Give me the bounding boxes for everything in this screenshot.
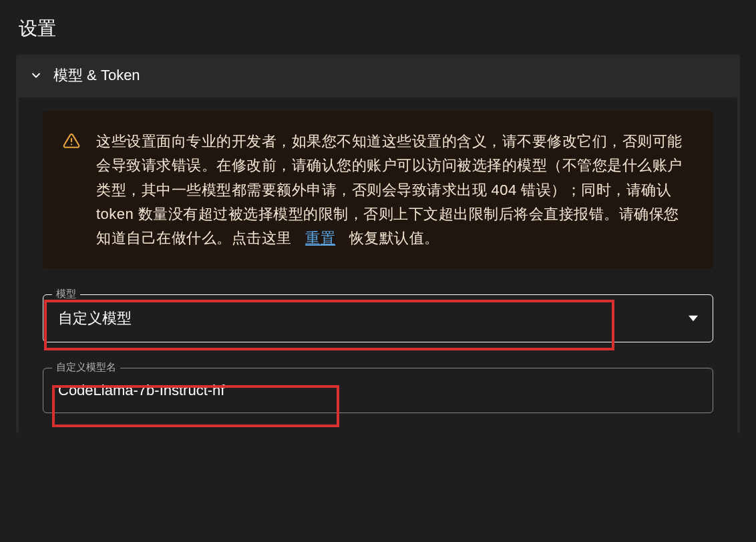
- accordion-header-model-token[interactable]: 模型 & Token: [16, 55, 740, 97]
- accordion-body: 这些设置面向专业的开发者，如果您不知道这些设置的含义，请不要修改它们，否则可能会…: [19, 97, 737, 433]
- model-field: 模型 自定义模型: [43, 294, 713, 342]
- alert-text-after: 恢复默认值。: [349, 230, 439, 246]
- custom-model-name-input[interactable]: [58, 382, 698, 399]
- custom-model-name-label: 自定义模型名: [52, 361, 120, 374]
- model-select-value: 自定义模型: [58, 308, 132, 328]
- chevron-down-icon: [29, 69, 43, 82]
- warning-alert: 这些设置面向专业的开发者，如果您不知道这些设置的含义，请不要修改它们，否则可能会…: [43, 111, 713, 269]
- custom-model-name-input-container: [43, 368, 713, 413]
- model-select[interactable]: 自定义模型: [43, 294, 713, 342]
- dropdown-arrow-icon: [689, 314, 698, 323]
- accordion-title: 模型 & Token: [53, 65, 140, 85]
- custom-model-name-field: 自定义模型名: [43, 368, 713, 413]
- alert-text: 这些设置面向专业的开发者，如果您不知道这些设置的含义，请不要修改它们，否则可能会…: [96, 129, 693, 250]
- settings-panel: 模型 & Token 这些设置面向专业的开发者，如果您不知道这些设置的含义，请不…: [16, 55, 740, 433]
- warning-triangle-icon: [63, 129, 80, 250]
- page-title: 设置: [0, 0, 756, 55]
- reset-link[interactable]: 重置: [305, 230, 335, 246]
- model-field-label: 模型: [52, 288, 80, 300]
